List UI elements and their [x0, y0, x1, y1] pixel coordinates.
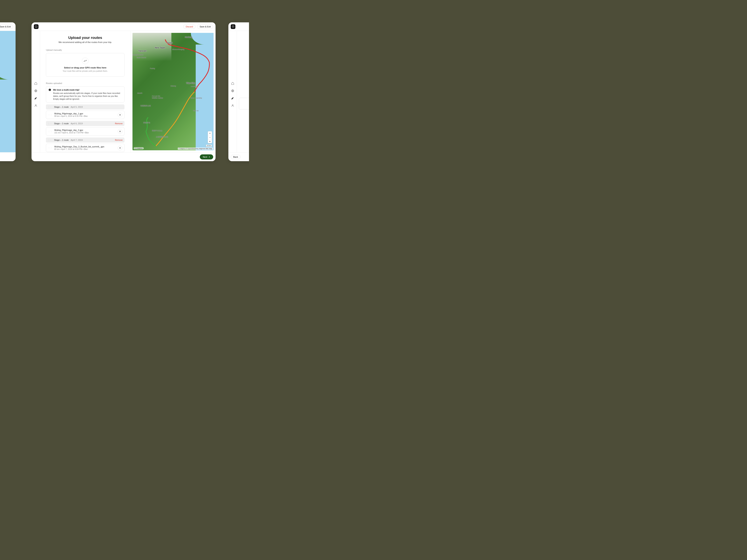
label-wuling: 武陵農場	[143, 122, 150, 124]
info-body: Routes are automatically split into stag…	[53, 92, 122, 100]
page-subtitle: We recommend adding all of the routes fr…	[46, 41, 125, 43]
remove-route-button[interactable]: ✕	[118, 113, 122, 117]
upload-routes-card: Discard Save & Exit Upload your routes W…	[31, 22, 215, 161]
remove-stage-button[interactable]: Remove	[115, 139, 123, 141]
app-logo	[34, 24, 38, 29]
stage-header[interactable]: ⋮⋮ Stage – 1 route April 7, 2019 Remove	[46, 137, 125, 142]
info-title: We love a multi-route trip!	[53, 88, 122, 91]
label-taroko: 太魯閣國家公園	[156, 136, 168, 138]
stage-title: Stage – 1 route	[54, 106, 69, 108]
back-button[interactable]: Back	[231, 155, 240, 159]
stage-header[interactable]: ⋮⋮ Stage – 1 route April 5, 2019	[46, 104, 125, 109]
label-blossom: Blossomfengorg	[172, 48, 184, 50]
sidebar	[31, 31, 40, 152]
routes-section-label: Routes uploaded	[46, 82, 125, 84]
route-map[interactable]: Taipei New Taipei Taoyuan Keelung Yilan …	[132, 33, 213, 150]
label-shei: 雪霸國家公園	[140, 105, 151, 107]
drag-handle-icon[interactable]: ⋮⋮	[48, 147, 52, 149]
multi-route-info: i We love a multi-route trip! Routes are…	[46, 86, 125, 103]
gpx-dropzone[interactable]: Select or drag your GPX route files here…	[46, 53, 125, 77]
drag-handle-icon[interactable]: ⋮⋮	[48, 139, 52, 141]
stage-header[interactable]: ⋮⋮ Stage – 1 route April 6, 2019 Remove	[46, 121, 125, 126]
zoom-in-button[interactable]: +	[208, 131, 212, 135]
svg-point-4	[35, 105, 36, 106]
app-logo	[231, 24, 235, 29]
route-icon	[82, 58, 88, 64]
remove-stage-button[interactable]: Remove	[115, 122, 123, 125]
nav-home-icon[interactable]	[34, 81, 38, 85]
map-attribution: © Mapbox © OpenStreetMap Improve this ma…	[178, 148, 213, 150]
nav-home-icon[interactable]	[231, 81, 235, 85]
dropzone-title: Select or drag your GPX route files here	[48, 66, 122, 69]
map-preview: + − ▲ 10 km Improve this map	[0, 31, 16, 152]
route-meta: 65 km • April 7, 2019 at 8:04 PM • Bike	[54, 148, 104, 150]
remove-route-button[interactable]: ✕	[118, 129, 122, 134]
route-filename: Wuling_Pilgrimage_day_1.gpx	[54, 112, 88, 115]
next-button[interactable]: Next	[200, 154, 213, 159]
next-step-card: COVER Back	[228, 22, 249, 161]
city-yilan: Yilan City	[186, 82, 195, 84]
stage-date: April 6, 2019	[71, 122, 83, 125]
dropzone-hint: Your route files will be private until y…	[48, 70, 122, 72]
label-fuxing: Fuxing	[150, 68, 155, 70]
nav-globe-icon[interactable]	[231, 89, 235, 93]
stage-title: Stage – 1 route	[54, 122, 69, 125]
label-nanao: Nan-ao	[193, 110, 199, 112]
prev-step-card: Disrd Save & Exit + − ▲ 10 km Improve th…	[0, 22, 16, 161]
route-filename: Wuling_Pilgrimage_day_2.gpx	[54, 129, 89, 131]
svg-point-2	[232, 105, 233, 106]
city-newtaipei: New Taipei	[155, 47, 165, 49]
label-nanhu: 南湖中央尖山	[152, 130, 162, 132]
map-scale: 10 km	[206, 145, 212, 147]
route-filename: Wuling_Pilgrimage_Day_3_Bucket_list_summ…	[54, 145, 104, 148]
city-taoyuan: Taoyuan	[138, 50, 147, 52]
improve-map-link[interactable]: Improve this map	[199, 148, 212, 150]
info-icon: i	[48, 88, 51, 100]
drag-handle-icon[interactable]: ⋮⋮	[48, 106, 52, 108]
label-zhongli: Zhongli District	[132, 54, 144, 56]
label-wildlife: Cu-Lan Ma Wildlife Habitat	[152, 95, 163, 99]
page-title: Upload your routes	[46, 35, 125, 40]
city-keelung: Keelung	[185, 36, 192, 38]
route-meta: 99 km • April 5, 2019 at 8:35 PM • Bike	[54, 115, 88, 117]
discard-button[interactable]: Discard	[183, 25, 196, 29]
label-luodong: Luodong	[191, 85, 197, 87]
drag-handle-icon[interactable]: ⋮⋮	[48, 123, 52, 125]
save-exit-button[interactable]: Save & Exit	[0, 25, 13, 29]
route-row[interactable]: ⋮⋮ Wuling_Pilgrimage_day_1.gpx 99 km • A…	[46, 111, 125, 119]
route-meta: 101 km • April 6, 2019 at 7:54 PM • Bike	[54, 132, 89, 134]
drag-handle-icon[interactable]: ⋮⋮	[48, 130, 52, 132]
mapbox-logo: ◯ mapbox	[134, 147, 144, 149]
label-datong: Datong	[171, 85, 176, 87]
upload-section-label: Upload manually	[46, 49, 125, 51]
stage-date: April 5, 2019	[71, 106, 83, 108]
label-bade: Bade District	[137, 57, 146, 58]
nav-profile-icon[interactable]	[231, 104, 235, 108]
city-taipei: Taipei	[167, 42, 173, 44]
stage-date: April 7, 2019	[71, 139, 83, 141]
label-jianshi: Jianshi	[137, 92, 142, 94]
route-row[interactable]: ⋮⋮ Wuling_Pilgrimage_day_2.gpx 101 km • …	[46, 127, 125, 136]
route-row[interactable]: ⋮⋮ Wuling_Pilgrimage_Day_3_Bucket_list_s…	[46, 144, 125, 152]
remove-route-button[interactable]: ✕	[118, 145, 122, 150]
nav-edit-icon[interactable]	[231, 96, 235, 100]
nav-edit-icon[interactable]	[34, 96, 38, 100]
save-exit-button[interactable]: Save & Exit	[197, 25, 213, 29]
nav-globe-icon[interactable]	[34, 89, 38, 93]
nav-profile-icon[interactable]	[34, 104, 38, 108]
drag-handle-icon[interactable]: ⋮⋮	[48, 114, 52, 116]
zoom-out-button[interactable]: −	[208, 135, 212, 139]
stage-title: Stage – 1 route	[54, 139, 69, 141]
compass-button[interactable]: ▲	[208, 139, 212, 143]
label-suao: Su'ao Township	[190, 97, 202, 99]
